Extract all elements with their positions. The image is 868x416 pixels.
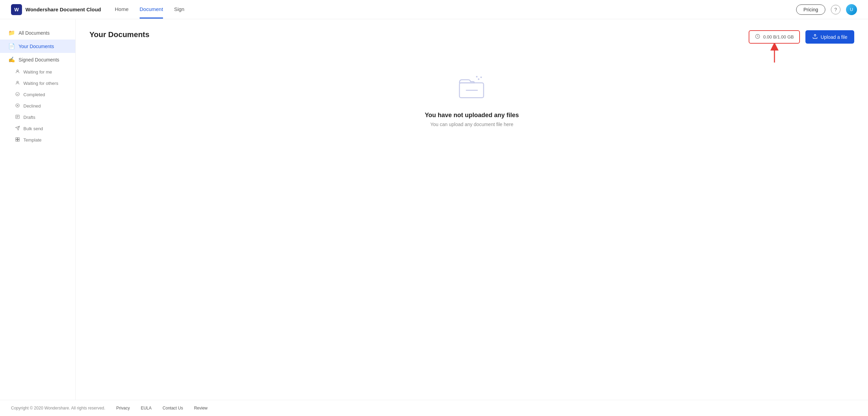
header-right: Pricing ? U xyxy=(796,4,857,15)
empty-title: You have not uploaded any files xyxy=(425,112,519,119)
main-header: Your Documents 0.00 B/1.00 GB xyxy=(89,30,854,44)
folder-icon: 📁 xyxy=(8,30,15,36)
your-documents-label: Your Documents xyxy=(19,44,54,49)
help-icon[interactable]: ? xyxy=(831,5,840,14)
declined-icon xyxy=(15,103,20,109)
empty-state: You have not uploaded any files You can … xyxy=(89,71,854,127)
svg-point-16 xyxy=(476,76,478,78)
all-documents-label: All Documents xyxy=(19,30,50,36)
sidebar-item-signed-documents[interactable]: ✍️ Signed Documents xyxy=(0,53,75,66)
template-icon xyxy=(15,137,20,143)
person-icon-1 xyxy=(15,69,20,75)
svg-rect-5 xyxy=(16,138,18,139)
logo-icon: W xyxy=(11,4,22,15)
waiting-for-others-label: Waiting for others xyxy=(23,81,58,86)
svg-point-15 xyxy=(480,77,482,78)
sidebar: 📁 All Documents 📄 Your Documents ✍️ Sign… xyxy=(0,19,76,400)
template-label: Template xyxy=(23,137,42,143)
declined-label: Declined xyxy=(23,103,41,109)
layout: 📁 All Documents 📄 Your Documents ✍️ Sign… xyxy=(0,19,868,400)
svg-point-1 xyxy=(17,81,19,83)
nav-document[interactable]: Document xyxy=(140,1,163,19)
header-left: W Wondershare Document Cloud Home Docume… xyxy=(11,1,184,19)
person-icon-2 xyxy=(15,80,20,86)
send-icon xyxy=(15,126,20,132)
sidebar-sub: Waiting for me Waiting for others Comple… xyxy=(0,66,75,146)
storage-icon xyxy=(755,34,760,40)
arrow-annotation xyxy=(768,44,781,64)
signed-icon: ✍️ xyxy=(8,56,15,63)
svg-point-0 xyxy=(17,70,19,71)
main-nav: Home Document Sign xyxy=(115,1,184,19)
svg-point-14 xyxy=(478,78,480,80)
avatar[interactable]: U xyxy=(846,4,857,15)
copyright-text: Copyright © 2020 Wondershare. All rights… xyxy=(11,406,105,411)
completed-label: Completed xyxy=(23,92,45,97)
storage-badge: 0.00 B/1.00 GB xyxy=(749,30,800,44)
waiting-for-me-label: Waiting for me xyxy=(23,69,52,75)
empty-subtitle: You can upload any document file here xyxy=(430,122,513,127)
logo[interactable]: W Wondershare Document Cloud xyxy=(11,4,101,15)
storage-text: 0.00 B/1.00 GB xyxy=(763,34,794,40)
sidebar-item-drafts[interactable]: Drafts xyxy=(7,112,75,123)
sidebar-item-waiting-for-others[interactable]: Waiting for others xyxy=(7,78,75,89)
empty-folder-icon xyxy=(456,71,487,103)
upload-icon xyxy=(812,34,818,40)
signed-documents-label: Signed Documents xyxy=(19,57,59,63)
sidebar-item-waiting-for-me[interactable]: Waiting for me xyxy=(7,66,75,78)
storage-area: 0.00 B/1.00 GB xyxy=(749,30,800,44)
drafts-label: Drafts xyxy=(23,115,35,120)
document-icon: 📄 xyxy=(8,43,15,49)
footer-link-eula[interactable]: EULA xyxy=(141,406,151,411)
svg-rect-8 xyxy=(18,140,20,142)
sidebar-item-declined[interactable]: Declined xyxy=(7,100,75,112)
nav-home[interactable]: Home xyxy=(115,1,129,19)
bulk-send-label: Bulk send xyxy=(23,126,43,131)
footer: Copyright © 2020 Wondershare. All rights… xyxy=(0,400,868,416)
svg-rect-7 xyxy=(16,140,18,142)
sidebar-item-template[interactable]: Template xyxy=(7,134,75,146)
footer-link-review[interactable]: Review xyxy=(194,406,207,411)
sidebar-item-completed[interactable]: Completed xyxy=(7,89,75,100)
nav-sign[interactable]: Sign xyxy=(174,1,184,19)
pricing-button[interactable]: Pricing xyxy=(796,4,825,15)
logo-text: Wondershare Document Cloud xyxy=(25,7,101,12)
header: W Wondershare Document Cloud Home Docume… xyxy=(0,0,868,19)
sidebar-item-your-documents[interactable]: 📄 Your Documents xyxy=(0,40,75,53)
main-actions: 0.00 B/1.00 GB xyxy=(749,30,854,44)
footer-link-contact[interactable]: Contact Us xyxy=(163,406,183,411)
main-content: Your Documents 0.00 B/1.00 GB xyxy=(76,19,868,400)
footer-link-privacy[interactable]: Privacy xyxy=(116,406,130,411)
upload-label: Upload a file xyxy=(821,34,847,40)
page-title: Your Documents xyxy=(89,30,149,39)
svg-point-2 xyxy=(16,92,20,96)
upload-button[interactable]: Upload a file xyxy=(805,30,854,44)
draft-icon xyxy=(15,114,20,120)
svg-rect-6 xyxy=(18,138,20,139)
sidebar-item-all-documents[interactable]: 📁 All Documents xyxy=(0,26,75,40)
sidebar-item-bulk-send[interactable]: Bulk send xyxy=(7,123,75,134)
check-circle-icon xyxy=(15,92,20,98)
